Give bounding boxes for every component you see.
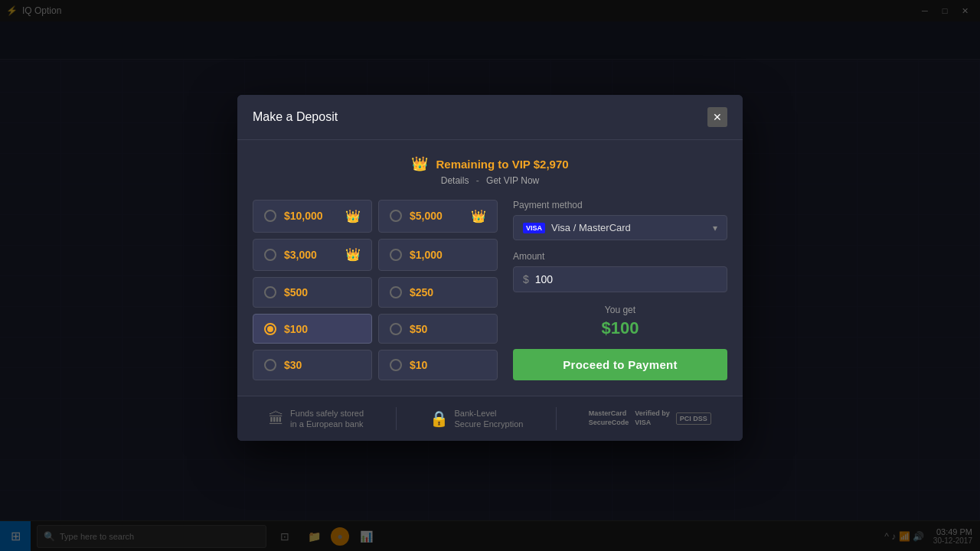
get-vip-link[interactable]: Get VIP Now: [486, 175, 539, 186]
modal-overlay: Make a Deposit ✕ 👑 Remaining to VIP $2,9…: [0, 0, 980, 551]
amount-option-5000[interactable]: $5,000 👑: [378, 200, 498, 233]
visa-icon: VISA: [523, 223, 545, 233]
payment-method-label: Payment method: [513, 200, 727, 210]
amount-option-100[interactable]: $100: [253, 314, 372, 344]
radio-100: [264, 323, 276, 335]
modal-close-button[interactable]: ✕: [707, 107, 727, 127]
amount-option-250[interactable]: $250: [378, 277, 498, 308]
vip-crown-5000: 👑: [471, 209, 486, 223]
vip-crown-10000: 👑: [345, 209, 361, 223]
radio-50: [390, 323, 402, 335]
security-divider-2: [556, 407, 557, 430]
amount-value-30: $30: [284, 359, 302, 371]
payment-panel: Payment method VISA Visa / MasterCard ▾ …: [513, 200, 727, 380]
payment-method-select[interactable]: VISA Visa / MasterCard ▾: [513, 215, 727, 240]
bank-icon: 🏛: [269, 410, 284, 428]
amount-option-10000[interactable]: $10,000 👑: [253, 200, 372, 233]
security-text-bank: Funds safely stored in a European bank: [290, 408, 364, 430]
lock-icon: 🔒: [430, 409, 449, 428]
radio-10000: [264, 210, 276, 222]
amount-value-500: $500: [284, 286, 308, 298]
amount-grid: $10,000 👑 $5,000 👑 $3,000 👑: [253, 200, 498, 380]
amount-option-30[interactable]: $30: [253, 350, 372, 380]
amount-value-50: $50: [410, 323, 427, 335]
modal-footer: 🏛 Funds safely stored in a European bank…: [237, 396, 743, 441]
you-get-label: You get: [513, 305, 727, 315]
vip-links: Details - Get VIP Now: [253, 175, 727, 186]
security-item-bank: 🏛 Funds safely stored in a European bank: [269, 408, 364, 430]
pcidss-badge: PCI DSS: [676, 412, 711, 425]
radio-500: [264, 286, 276, 298]
modal-title: Make a Deposit: [253, 110, 338, 124]
you-get-section: You get $100: [513, 305, 727, 338]
proceed-to-payment-button[interactable]: Proceed to Payment: [513, 349, 727, 380]
payment-method-name: Visa / MasterCard: [551, 222, 631, 233]
amount-option-10[interactable]: $10: [378, 350, 498, 380]
radio-5000: [390, 210, 402, 222]
radio-3000: [264, 249, 276, 261]
amount-option-500[interactable]: $500: [253, 277, 372, 308]
amount-value-3000: $3,000: [284, 249, 317, 261]
amount-option-3000[interactable]: $3,000 👑: [253, 239, 372, 272]
amount-option-50[interactable]: $50: [378, 314, 498, 344]
radio-10: [390, 359, 402, 371]
crown-icon: 👑: [411, 156, 428, 171]
vip-text: 👑 Remaining to VIP $2,970: [253, 155, 727, 172]
security-text-encryption: Bank-Level Secure Encryption: [455, 408, 524, 430]
you-get-value: $100: [513, 318, 727, 338]
payment-method-left: VISA Visa / MasterCard: [523, 222, 631, 233]
vip-banner: 👑 Remaining to VIP $2,970 Details - Get …: [253, 155, 727, 186]
amount-value-250: $250: [410, 286, 433, 298]
dollar-sign: $: [523, 273, 529, 285]
amount-value-1000: $1,000: [410, 249, 443, 261]
vip-crown-3000: 👑: [345, 247, 361, 262]
amount-option-1000[interactable]: $1,000: [378, 239, 498, 272]
amount-value-5000: $5,000: [410, 210, 443, 222]
modal-content: $10,000 👑 $5,000 👑 $3,000 👑: [253, 200, 727, 380]
details-link[interactable]: Details: [441, 175, 469, 186]
amount-value-100: $100: [284, 323, 308, 335]
amount-input[interactable]: [535, 273, 717, 285]
modal-header: Make a Deposit ✕: [237, 95, 743, 140]
amount-input-wrapper: $: [513, 266, 727, 292]
amount-input-label: Amount: [513, 251, 727, 262]
radio-1000: [390, 249, 402, 261]
modal-body: 👑 Remaining to VIP $2,970 Details - Get …: [237, 140, 743, 396]
amount-value-10000: $10,000: [284, 210, 323, 222]
radio-30: [264, 359, 276, 371]
security-badges: MasterCardSecureCode Verified byVISA PCI…: [589, 409, 711, 427]
dropdown-arrow-icon: ▾: [713, 223, 717, 233]
security-divider-1: [396, 407, 397, 430]
amount-value-10: $10: [410, 359, 427, 371]
deposit-modal: Make a Deposit ✕ 👑 Remaining to VIP $2,9…: [237, 95, 743, 441]
security-item-encryption: 🔒 Bank-Level Secure Encryption: [430, 408, 524, 430]
mastercard-badge: MasterCardSecureCode: [589, 409, 629, 427]
visa-verified-badge: Verified byVISA: [635, 409, 670, 427]
radio-250: [390, 286, 402, 298]
link-separator: -: [476, 175, 482, 186]
